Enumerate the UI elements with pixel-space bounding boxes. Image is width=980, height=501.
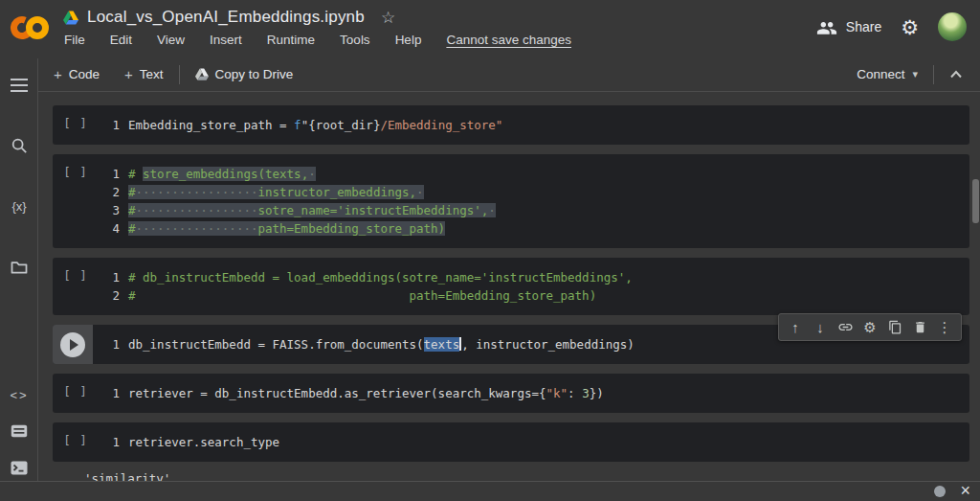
variables-button[interactable]: {x} [0,187,38,225]
record-dot-icon[interactable] [934,486,946,497]
more-cell-actions-button[interactable]: ⋮ [932,315,957,339]
move-cell-up-button[interactable]: ↑ [783,315,808,339]
add-code-button[interactable]: + Code [54,66,100,82]
add-code-label: Code [69,67,100,81]
notebook-title[interactable]: Local_vs_OpenAI_Embeddings.ipynb [87,8,365,27]
search-button[interactable] [0,126,38,165]
code-token: # db_instructEmbedd = load_embeddings(so… [128,270,633,285]
code-token: , instructor_embeddings) [461,337,635,352]
bottom-strip: × [0,481,980,501]
line-number: 1 [99,116,120,134]
code-cell[interactable]: [ ]1# store_embeddings(texts,·2#········… [53,154,969,248]
chevron-down-icon[interactable]: ▾ [912,68,918,80]
code-editor[interactable]: 1retriever = db_instructEmbedd.as_retrie… [99,374,969,413]
plus-icon: + [54,66,62,82]
close-icon[interactable]: × [960,481,970,500]
menu-runtime[interactable]: Runtime [267,33,315,47]
share-button[interactable]: Share [816,19,881,34]
code-token: texts [424,337,460,352]
menu-view[interactable]: View [157,33,185,47]
code-token: db_instructEmbedd = FAISS.from_documents… [128,337,424,352]
menu-edit[interactable]: Edit [110,33,132,47]
star-icon[interactable]: ☆ [381,8,395,28]
code-token: sotre_name='instructEmbeddings', [257,203,488,217]
code-line: 1Embedding_store_path = f"{root_dir}/Emb… [99,116,969,134]
add-text-label: Text [140,67,164,81]
menu-tools[interactable]: Tools [340,33,370,47]
colab-logo[interactable] [8,12,52,43]
save-status[interactable]: Cannot save changes [446,33,571,47]
left-sidebar: {x} <> [0,58,38,501]
add-text-button[interactable]: + Text [124,66,164,82]
code-line: 1retriever = db_instructEmbedd.as_retrie… [99,384,969,402]
collapse-toolbar-button[interactable] [949,70,963,79]
code-token: Embedding_store_path = [128,118,294,132]
command-palette-button[interactable] [0,413,38,449]
menu-insert[interactable]: Insert [210,33,242,47]
code-token: # [128,221,136,236]
delete-cell-button[interactable] [907,315,932,339]
app-header: Local_vs_OpenAI_Embeddings.ipynb ☆ File … [0,0,980,57]
share-label: Share [846,19,881,34]
files-button[interactable] [0,247,38,285]
line-number: 2 [99,183,120,201]
code-editor[interactable]: 1# store_embeddings(texts,·2#···········… [99,154,969,248]
connect-button[interactable]: Connect ▾ [857,67,918,81]
cell-run-placeholder[interactable]: [ ] [53,374,99,413]
code-token: # [128,203,136,217]
terminal-icon [11,461,28,475]
cell-run-placeholder[interactable]: [ ] [53,105,99,145]
code-line: 4#·················path=Embedding_store_… [99,219,969,238]
code-token: ················· [136,203,258,217]
scrollbar-thumb[interactable] [972,179,979,223]
code-token: · [308,167,316,181]
code-token: instructor_embeddings, [257,185,416,199]
cell-run-placeholder[interactable]: [ ] [53,422,99,462]
code-token: 3 [582,386,590,400]
code-editor[interactable]: 1# db_instructEmbedd = load_embeddings(s… [99,258,969,315]
code-token: · [488,203,496,217]
avatar[interactable] [938,12,967,41]
copy-cell-button[interactable] [882,315,907,339]
menu-help[interactable]: Help [395,33,422,47]
code-line: 3#·················sotre_name='instructE… [99,201,969,219]
chevron-up-icon [949,70,963,79]
people-icon [816,20,837,34]
trash-icon [913,320,927,334]
code-token: path=Embedding_store_path) [257,221,445,236]
code-cell[interactable]: [ ]1retriever = db_instructEmbedd.as_ret… [53,374,969,413]
line-number: 3 [99,201,120,219]
code-line: 1# db_instructEmbedd = load_embeddings(s… [99,268,969,286]
run-cell-button[interactable] [53,325,93,364]
toolbar-divider [179,65,180,84]
toolbar-divider [933,65,934,84]
code-token: retriever = db_instructEmbedd.as_retriev… [128,386,546,400]
code-editor[interactable]: 1Embedding_store_path = f"{root_dir}/Emb… [99,105,969,145]
menu-file[interactable]: File [64,33,85,47]
settings-gear-icon[interactable]: ⚙ [901,17,919,37]
cell-run-placeholder[interactable]: [ ] [53,258,99,315]
table-of-contents-button[interactable] [0,66,38,104]
move-cell-down-button[interactable]: ↓ [808,315,833,339]
code-token: "{root_dir} [301,118,381,132]
play-icon[interactable] [60,332,85,357]
copy-to-drive-button[interactable]: Copy to Drive [195,67,294,81]
code-token: # [128,167,143,181]
code-token: store_embeddings(texts, [143,167,308,181]
code-cell[interactable]: [ ]1Embedding_store_path = f"{root_dir}/… [53,105,969,145]
code-cell[interactable]: [ ]1# db_instructEmbedd = load_embedding… [53,258,969,315]
link-to-cell-button[interactable] [833,315,858,339]
code-line: 1retriever.search_type [99,433,969,451]
code-token: # path=Embedding_store_path) [128,288,596,303]
cell-settings-button[interactable]: ⚙ [858,315,882,339]
folder-icon [11,260,28,274]
code-line: 1# store_embeddings(texts,· [99,165,969,183]
code-editor[interactable]: 1retriever.search_type [99,422,969,462]
table-of-contents-icon [11,79,28,92]
line-number: 1 [99,268,120,286]
code-token: }) [590,386,604,400]
cell-run-placeholder[interactable]: [ ] [53,154,99,248]
code-cell[interactable]: [ ]1retriever.search_type [53,422,969,462]
line-number: 1 [99,433,120,451]
code-snippets-button[interactable]: <> [0,376,38,413]
